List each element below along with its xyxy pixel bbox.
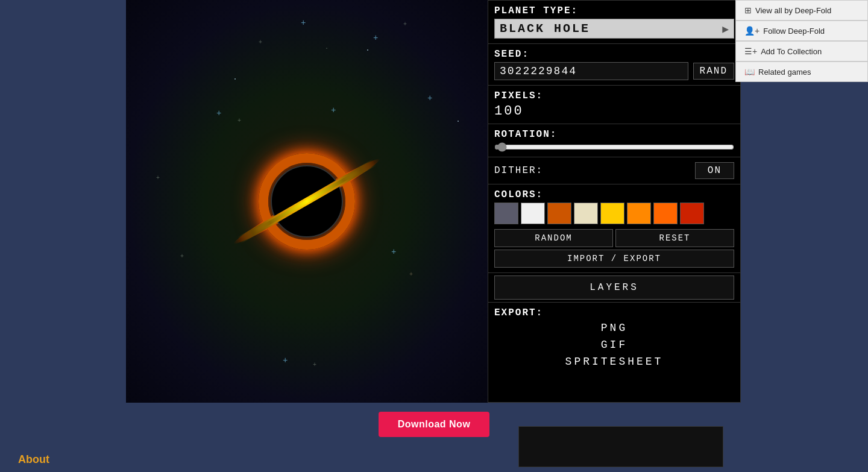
colors-section: COLORS: RANDOM RESET IMPORT / EXPORT	[488, 184, 740, 273]
add-collection-label: Add To Collection	[761, 47, 822, 56]
star-decoration: +	[427, 93, 432, 103]
follow-label: Follow Deep-Fold	[763, 27, 825, 36]
planet-type-arrow-icon[interactable]: ▶	[722, 22, 729, 36]
pixels-section: PIXELS: 100	[488, 86, 740, 124]
download-button[interactable]: Download Now	[379, 412, 490, 437]
export-label: EXPORT:	[494, 307, 734, 318]
view-all-label: View all by Deep-Fold	[755, 6, 831, 15]
person-add-icon: 👤+	[744, 26, 760, 36]
rotation-slider[interactable]	[494, 142, 734, 152]
star-decoration: +	[409, 271, 413, 278]
export-links: PNG GIF SPRITESHEET	[494, 321, 734, 369]
star-decoration: +	[283, 356, 288, 365]
png-export-button[interactable]: PNG	[601, 321, 627, 335]
color-swatch-8[interactable]	[680, 203, 704, 224]
color-swatch-2[interactable]	[521, 203, 545, 224]
add-collection-button[interactable]: ☰+ Add To Collection	[735, 41, 868, 61]
blackhole-visual	[216, 111, 397, 292]
star-decoration: +	[259, 39, 262, 46]
list-add-icon: ☰+	[744, 46, 757, 56]
layers-section: LAYERS	[488, 273, 740, 303]
star-decoration: ·	[325, 45, 329, 52]
planet-type-display[interactable]: BLACK HOLE ▶	[494, 19, 734, 39]
related-games-button[interactable]: 📖 Related games	[735, 61, 868, 82]
dither-label: DITHER:	[494, 165, 543, 176]
star-dot	[367, 49, 368, 51]
color-swatch-3[interactable]	[547, 203, 571, 224]
planet-type-section: PLANET TYPE: BLACK HOLE ▶	[488, 1, 740, 44]
color-swatches	[494, 203, 734, 224]
color-buttons-row: RANDOM RESET	[494, 229, 734, 247]
pixels-label: PIXELS:	[494, 90, 734, 101]
rotation-slider-row	[494, 142, 734, 152]
reset-colors-button[interactable]: RESET	[615, 229, 734, 247]
control-panel: PLANET TYPE: BLACK HOLE ▶ SEED: RAND PIX…	[488, 0, 741, 403]
import-export-button[interactable]: IMPORT / EXPORT	[494, 250, 734, 268]
about-section: About	[0, 436, 398, 472]
rotation-label: ROTATION:	[494, 129, 734, 140]
view-all-button[interactable]: ⊞ View all by Deep-Fold	[735, 0, 868, 20]
canvas-area: + + · + + + + + + + + + + + +	[126, 0, 488, 403]
about-label: About	[18, 453, 49, 466]
star-decoration: +	[301, 18, 306, 28]
planet-type-value: BLACK HOLE	[500, 22, 590, 36]
star-dot	[234, 78, 236, 80]
star-decoration: +	[373, 33, 378, 43]
color-swatch-5[interactable]	[600, 203, 624, 224]
gif-export-button[interactable]: GIF	[601, 338, 627, 352]
star-decoration: +	[403, 21, 407, 28]
seed-section: SEED: RAND	[488, 44, 740, 86]
seed-input[interactable]	[494, 62, 688, 80]
color-swatch-7[interactable]	[653, 203, 678, 224]
preview-thumbnail	[518, 426, 723, 467]
related-games-label: Related games	[758, 68, 811, 77]
planet-type-label: PLANET TYPE:	[494, 5, 734, 16]
color-swatch-6[interactable]	[627, 203, 651, 224]
dither-row: DITHER: ON	[494, 162, 734, 179]
layers-button[interactable]: LAYERS	[494, 275, 734, 300]
star-decoration: +	[156, 175, 160, 181]
seed-input-row: RAND	[494, 62, 734, 80]
color-swatch-1[interactable]	[494, 203, 518, 224]
seed-label: SEED:	[494, 49, 734, 60]
pixels-value: 100	[494, 104, 734, 119]
star-decoration: +	[180, 253, 184, 260]
star-dot	[458, 121, 459, 122]
rand-button[interactable]: RAND	[693, 63, 734, 80]
follow-button[interactable]: 👤+ Follow Deep-Fold	[735, 20, 868, 41]
book-icon: 📖	[744, 67, 755, 77]
dither-toggle-button[interactable]: ON	[695, 162, 734, 179]
spritesheet-export-button[interactable]: SPRITESHEET	[565, 354, 664, 369]
star-decoration: +	[313, 362, 316, 368]
top-bar: ⊞ View all by Deep-Fold 👤+ Follow Deep-F…	[735, 0, 868, 82]
export-section: EXPORT: PNG GIF SPRITESHEET	[488, 303, 740, 374]
dither-section: DITHER: ON	[488, 157, 740, 184]
color-swatch-4[interactable]	[574, 203, 598, 224]
rotation-section: ROTATION:	[488, 124, 740, 157]
grid-icon: ⊞	[744, 5, 752, 15]
colors-label: COLORS:	[494, 189, 734, 200]
random-colors-button[interactable]: RANDOM	[494, 229, 613, 247]
